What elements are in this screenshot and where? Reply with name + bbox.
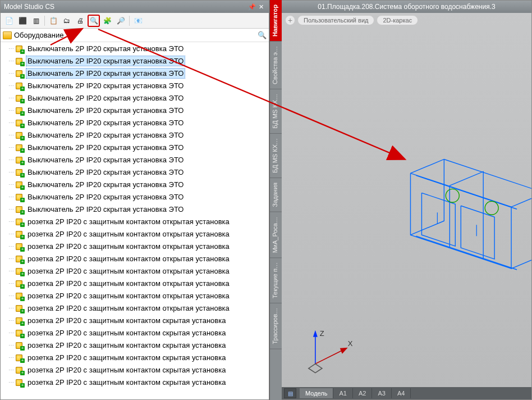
close-icon[interactable]: ✕ xyxy=(256,2,265,11)
tree-item[interactable]: ⋯розетка 2Р IP20 с защитным контактом от… xyxy=(1,228,269,240)
tree-item-label: Выключатель 2Р IP20 скрытая установка ЭТ… xyxy=(26,180,185,189)
side-tab[interactable]: Свойства э… xyxy=(270,42,282,89)
tree-item[interactable]: ⋯Выключатель 2Р IP20 скрытая установка Э… xyxy=(1,92,269,104)
component-icon xyxy=(15,340,24,349)
panel-title-text: Model Studio CS xyxy=(4,3,54,11)
tree-item[interactable]: ⋯розетка 2Р IP20 с защитным контактом ск… xyxy=(1,314,269,326)
tree-item[interactable]: ⋯розетка 2Р IP20 с защитным контактом от… xyxy=(1,289,269,302)
tree-item[interactable]: ⋯Выключатель 2Р IP20 скрытая установка Э… xyxy=(1,153,269,166)
side-tab[interactable]: БД MS КХ… xyxy=(270,89,282,134)
component-icon xyxy=(15,279,24,288)
toolbar-separator xyxy=(129,16,130,26)
toolbar-btn-10[interactable]: 📧 xyxy=(132,15,144,27)
toolbar-btn-3[interactable]: ▥ xyxy=(30,15,42,27)
tree-item-label: Выключатель 2Р IP20 скрытая установка ЭТ… xyxy=(26,56,185,66)
tree-item[interactable]: ⋯Выключатель 2Р IP20 скрытая установка Э… xyxy=(1,141,269,153)
tree-item-label: розетка 2Р IP20 с защитным контактом скр… xyxy=(26,353,227,362)
tree-item-label: розетка 2Р IP20 с защитным контактом отк… xyxy=(26,217,231,226)
side-tab[interactable]: Текущие п… xyxy=(270,258,282,303)
toolbar-btn-6[interactable]: 🖨 xyxy=(74,15,86,27)
toolbar-separator xyxy=(44,16,45,26)
tree-item[interactable]: ⋯розетка 2Р IP20 с защитным контактом от… xyxy=(1,302,269,314)
tree-item[interactable]: ⋯розетка 2Р IP20 с защитным контактом от… xyxy=(1,265,269,277)
expand-icon: ⋯ xyxy=(8,181,14,188)
clipboard-icon: 📋 xyxy=(49,17,58,25)
tree-item[interactable]: ⋯Выключатель 2Р IP20 скрытая установка Э… xyxy=(1,67,269,79)
expand-icon: ⋯ xyxy=(8,280,14,287)
tree-item-label: розетка 2Р IP20 с защитным контактом скр… xyxy=(26,365,227,375)
component-icon xyxy=(15,316,24,325)
tree-item[interactable]: ⋯Выключатель 2Р IP20 скрытая установка Э… xyxy=(1,104,269,116)
tree-item[interactable]: ⋯Выключатель 2Р IP20 скрытая установка Э… xyxy=(1,203,269,215)
expand-icon: ⋯ xyxy=(8,70,14,76)
tree-item[interactable]: ⋯Выключатель 2Р IP20 скрытая установка Э… xyxy=(1,178,269,190)
tab-a2[interactable]: А2 xyxy=(353,388,372,398)
expand-icon: ⋯ xyxy=(8,144,14,151)
toolbar-btn-2[interactable]: ⬛ xyxy=(16,15,29,27)
tree-item[interactable]: ⋯розетка 2Р IP20 с защитным контактом ск… xyxy=(1,351,269,363)
crumb-view-name[interactable]: Пользовательский вид xyxy=(297,15,374,25)
tree-item[interactable]: ⋯Выключатель 2Р IP20 скрытая установка Э… xyxy=(1,166,269,178)
tree-item[interactable]: ⋯Выключатель 2Р IP20 скрытая установка Э… xyxy=(1,190,269,203)
viewport-tabbar: ▤ Модель А1 А2 А3 А4 xyxy=(282,387,531,399)
tree-item-label: Выключатель 2Р IP20 скрытая установка ЭТ… xyxy=(26,69,185,78)
side-tab[interactable]: Трассиров… xyxy=(270,303,282,349)
crumb-visual-style[interactable]: 2D-каркас xyxy=(377,15,418,25)
viewport-title-text: 01.Площадка.208.Система оборотного водос… xyxy=(318,3,495,11)
document-icon: 📄 xyxy=(5,17,13,25)
toolbar-btn-1[interactable]: 📄 xyxy=(3,15,15,27)
component-icon xyxy=(15,143,24,152)
toolbar-btn-4[interactable]: 📋 xyxy=(47,15,59,27)
filter-input[interactable] xyxy=(14,31,258,39)
component-icon xyxy=(15,44,24,53)
toolbar-btn-8[interactable]: 🧩 xyxy=(101,15,113,27)
component-icon xyxy=(15,93,24,102)
tab-a3[interactable]: А3 xyxy=(372,388,391,398)
tree-item[interactable]: ⋯Выключатель 2Р IP20 скрытая установка Э… xyxy=(1,42,269,54)
side-tab[interactable]: МиА_Роса… xyxy=(270,212,282,258)
tree-item-label: Выключатель 2Р IP20 скрытая установка ЭТ… xyxy=(26,167,185,177)
tree-item[interactable]: ⋯розетка 2Р IP20 с защитным контактом от… xyxy=(1,215,269,228)
equipment-tree[interactable]: ⋯Выключатель 2Р IP20 скрытая установка Э… xyxy=(1,42,269,399)
tree-item[interactable]: ⋯Выключатель 2Р IP20 скрытая установка Э… xyxy=(1,54,269,67)
tree-item[interactable]: ⋯Выключатель 2Р IP20 скрытая установка Э… xyxy=(1,116,269,129)
grid-icon: ▥ xyxy=(33,17,39,25)
expand-icon: ⋯ xyxy=(8,157,14,163)
component-icon xyxy=(15,217,24,226)
layout-toggle-icon[interactable]: ▤ xyxy=(284,388,296,398)
toolbar-btn-insert-model[interactable]: 🔍 xyxy=(88,15,100,27)
component-icon xyxy=(15,56,24,65)
tree-item-label: розетка 2Р IP20 с защитным контактом отк… xyxy=(26,279,231,288)
pin-icon[interactable]: 📌 xyxy=(247,2,256,11)
side-tab-strip: НавигаторСвойства э…БД MS КХ…БД MS КХ…За… xyxy=(269,0,282,400)
tree-item[interactable]: ⋯розетка 2Р IP20 с защитным контактом ск… xyxy=(1,326,269,339)
toolbar-btn-9[interactable]: 🔎 xyxy=(114,15,127,27)
tree-item[interactable]: ⋯розетка 2Р IP20 с защитным контактом ск… xyxy=(1,376,269,388)
component-icon xyxy=(15,192,24,201)
tree-item[interactable]: ⋯Выключатель 2Р IP20 скрытая установка Э… xyxy=(1,129,269,141)
tree-item[interactable]: ⋯розетка 2Р IP20 с защитным контактом от… xyxy=(1,240,269,252)
side-tab[interactable]: Навигатор xyxy=(270,0,282,42)
tab-a4[interactable]: А4 xyxy=(392,388,411,398)
tree-item[interactable]: ⋯розетка 2Р IP20 с защитным контактом ск… xyxy=(1,339,269,351)
add-view-button[interactable]: + xyxy=(285,15,295,25)
side-tab[interactable]: Задания xyxy=(270,178,282,212)
expand-icon: ⋯ xyxy=(8,317,14,324)
tree-item[interactable]: ⋯Выключатель 2Р IP20 скрытая установка Э… xyxy=(1,79,269,92)
search-icon[interactable]: 🔍 xyxy=(258,31,267,39)
print-icon: 🖨 xyxy=(77,17,84,25)
toolbar-btn-5[interactable]: 🗂 xyxy=(61,15,73,27)
component-icon xyxy=(15,229,24,238)
side-tab[interactable]: БД MS КХ… xyxy=(270,134,282,178)
view-breadcrumbs: + Пользовательский вид 2D-каркас xyxy=(282,13,531,28)
tree-item-label: Выключатель 2Р IP20 скрытая установка ЭТ… xyxy=(26,93,185,103)
tree-item[interactable]: ⋯розетка 2Р IP20 с защитным контактом от… xyxy=(1,252,269,265)
tab-model[interactable]: Модель xyxy=(300,388,333,398)
tree-item[interactable]: ⋯розетка 2Р IP20 с защитным контактом ск… xyxy=(1,363,269,376)
component-icon xyxy=(15,81,24,90)
viewport-canvas[interactable]: Z X xyxy=(282,28,531,387)
component-icon xyxy=(15,291,24,300)
tab-a1[interactable]: А1 xyxy=(333,388,352,398)
tree-item[interactable]: ⋯розетка 2Р IP20 с защитным контактом от… xyxy=(1,277,269,289)
expand-icon: ⋯ xyxy=(8,107,14,113)
